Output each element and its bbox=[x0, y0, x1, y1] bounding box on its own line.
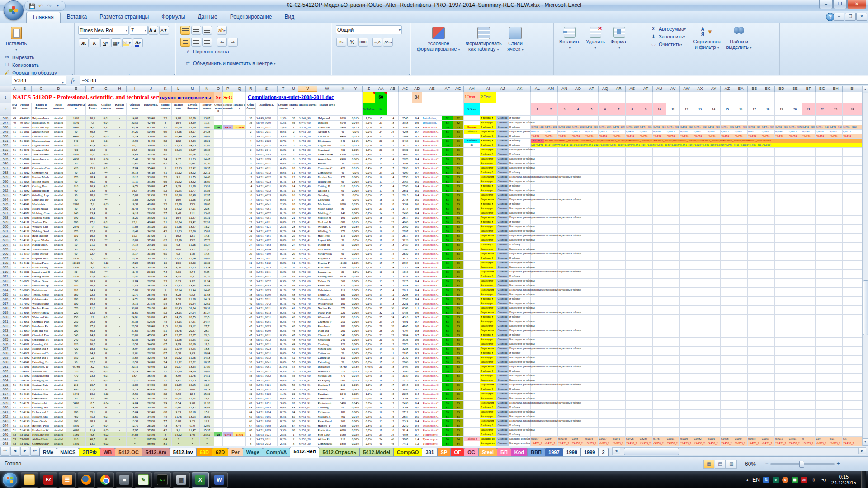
cell[interactable]: SrP51_91 bbox=[298, 387, 317, 392]
cell[interactable]: - bbox=[113, 360, 127, 365]
cell[interactable]: SrP51_8093 bbox=[256, 324, 278, 328]
cell[interactable]: 51-4191 bbox=[18, 234, 32, 238]
row-header[interactable]: 631 bbox=[0, 365, 11, 369]
cell[interactable]: Соотнош bbox=[496, 283, 509, 288]
cell[interactable]: 15,02 bbox=[200, 392, 214, 396]
cell[interactable]: 0,0353 bbox=[843, 130, 863, 134]
cell[interactable]: Painters, Tran bbox=[32, 387, 51, 392]
cell[interactable]: 51 bbox=[11, 328, 18, 333]
cell[interactable]: SrP51_5112 bbox=[256, 261, 278, 265]
cell[interactable]: 4960 bbox=[337, 157, 349, 161]
cell[interactable] bbox=[233, 292, 246, 297]
cell[interactable]: 0,0% bbox=[278, 270, 289, 274]
cell[interactable]: 33 bbox=[246, 270, 256, 274]
cell[interactable]: 16,76 bbox=[172, 328, 185, 333]
cell[interactable]: 0,0429 bbox=[626, 130, 639, 134]
cell[interactable]: По расчеты, рекомендованные согласованны… bbox=[509, 365, 531, 369]
cell[interactable]: 29510 bbox=[143, 243, 159, 247]
cell[interactable]: 14,8 bbox=[86, 333, 99, 338]
cell[interactable]: 5 bbox=[159, 166, 172, 170]
cell[interactable]: - bbox=[113, 265, 127, 270]
row-header[interactable]: 626 bbox=[0, 342, 11, 347]
cell[interactable]: 24 bbox=[843, 103, 863, 116]
cell[interactable]: 16,92 bbox=[200, 414, 214, 419]
cell[interactable] bbox=[233, 369, 246, 374]
cell[interactable] bbox=[464, 288, 480, 292]
cell[interactable]: 32920 bbox=[143, 197, 159, 202]
cell[interactable]: Electromechan bbox=[32, 139, 51, 143]
cell[interactable]: 6,4 bbox=[159, 437, 172, 441]
cell[interactable]: 0,4 bbox=[412, 419, 422, 423]
cell[interactable]: Как следует bbox=[480, 229, 496, 234]
zoom-in-icon[interactable]: + bbox=[835, 460, 841, 467]
cell[interactable] bbox=[214, 351, 223, 356]
cell[interactable] bbox=[337, 92, 349, 103]
cell[interactable]: Production C bbox=[422, 234, 442, 238]
cell[interactable] bbox=[223, 220, 233, 225]
cell[interactable]: 24,28 bbox=[200, 130, 214, 134]
cell[interactable]: 12,4 bbox=[185, 392, 200, 396]
cell[interactable]: +SrP53_2 bbox=[531, 441, 544, 446]
cell[interactable] bbox=[464, 396, 480, 401]
cell[interactable]: 3293 bbox=[399, 405, 412, 410]
cell[interactable]: SrP51_9194 bbox=[256, 410, 278, 414]
cell[interactable] bbox=[214, 347, 223, 351]
cell[interactable]: 51 bbox=[11, 378, 18, 383]
cell[interactable]: 0,1% bbox=[363, 342, 375, 347]
cell[interactable]: Print Bind bbox=[317, 265, 337, 270]
cell[interactable]: 40 bbox=[66, 130, 86, 134]
cell[interactable]: 83 bbox=[442, 396, 453, 401]
cell[interactable]: 0,0003 bbox=[707, 130, 721, 134]
cell[interactable]: Tool Grind bbox=[317, 247, 337, 252]
cell[interactable]: 0,8% bbox=[278, 220, 289, 225]
cell[interactable]: 51-4193 bbox=[18, 243, 32, 247]
cell[interactable]: 21 bbox=[387, 206, 399, 211]
sheet-tab-1998[interactable]: 1998 bbox=[563, 448, 581, 457]
vertical-scroll-thumb[interactable] bbox=[863, 280, 868, 335]
cell[interactable]: 51-9195 bbox=[18, 414, 32, 419]
cell[interactable]: 11,15 bbox=[185, 265, 200, 270]
cell[interactable]: 4,3 bbox=[159, 356, 172, 360]
cell[interactable] bbox=[214, 134, 223, 139]
cell[interactable]: 18,03 bbox=[127, 238, 143, 243]
cell[interactable] bbox=[509, 92, 531, 103]
cell[interactable]: 60 bbox=[66, 252, 86, 256]
column-header-BB[interactable]: BB bbox=[748, 86, 761, 92]
cell[interactable]: 82 bbox=[442, 116, 453, 121]
cell[interactable]: SrP51_91 bbox=[298, 414, 317, 419]
cell[interactable]: 0,7 bbox=[412, 220, 422, 225]
cell[interactable]: *SrP51_ bbox=[653, 134, 666, 139]
cell[interactable]: 15,64 bbox=[127, 410, 143, 414]
cell[interactable]: 51-4194 bbox=[18, 247, 32, 252]
column-header-Y[interactable]: Y bbox=[349, 86, 363, 92]
cell[interactable]: 51 bbox=[11, 405, 18, 410]
row-header[interactable]: 645 bbox=[0, 428, 11, 432]
cell[interactable]: 0,7 bbox=[412, 432, 422, 437]
cell[interactable] bbox=[464, 387, 480, 392]
cell[interactable]: 6 bbox=[599, 103, 612, 116]
cell[interactable] bbox=[223, 369, 233, 374]
cell[interactable]: 0 bbox=[99, 351, 113, 356]
cell[interactable]: 22,3 bbox=[86, 148, 99, 152]
cell[interactable]: 13,23 bbox=[185, 365, 200, 369]
cell[interactable]: 51 bbox=[11, 238, 18, 243]
cell[interactable]: 51 bbox=[11, 374, 18, 378]
cell[interactable]: 18,21 bbox=[200, 139, 214, 143]
cell[interactable]: 0,5 bbox=[412, 383, 422, 387]
cell[interactable]: - bbox=[113, 342, 127, 347]
cell[interactable]: 12 bbox=[375, 274, 387, 279]
shrink-font-button[interactable]: A▼ bbox=[159, 26, 169, 35]
cell[interactable]: detailed bbox=[51, 130, 66, 134]
cell[interactable]: - bbox=[113, 125, 127, 130]
cell[interactable]: 0,05% bbox=[349, 134, 363, 139]
cell[interactable] bbox=[223, 256, 233, 261]
cell[interactable]: 400 bbox=[66, 148, 86, 152]
cell[interactable]: Drilling a bbox=[317, 188, 337, 193]
cell[interactable]: 51 bbox=[11, 202, 18, 206]
cell[interactable]: Как следует bbox=[480, 206, 496, 211]
cell[interactable]: 30 bbox=[337, 238, 349, 243]
empty-cells[interactable] bbox=[531, 274, 863, 279]
cell[interactable]: 51 bbox=[11, 401, 18, 405]
cell[interactable]: 29 bbox=[387, 328, 399, 333]
cell[interactable]: 36,31 bbox=[200, 306, 214, 310]
